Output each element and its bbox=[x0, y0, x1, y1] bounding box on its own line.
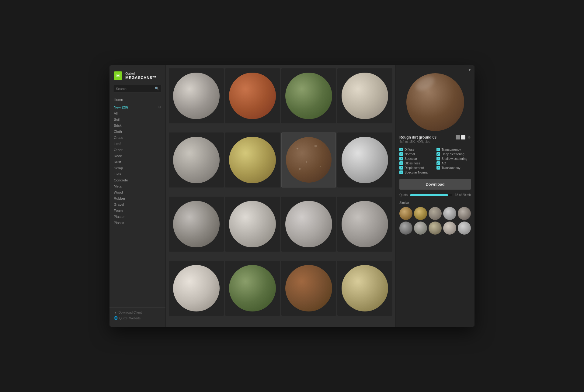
similar-item[interactable] bbox=[458, 207, 471, 220]
swatch-gray[interactable] bbox=[456, 135, 460, 139]
download-client-icon: ▼ bbox=[114, 311, 117, 314]
material-cell[interactable] bbox=[281, 68, 336, 123]
detail-title-group: Rough dirt ground 03 4x4 m, 15K, HDR, ti… bbox=[399, 135, 456, 143]
similar-item[interactable] bbox=[443, 222, 456, 235]
sidebar-item-grass[interactable]: Grass bbox=[109, 135, 165, 141]
detail-settings-icon[interactable]: ⚙ bbox=[468, 136, 471, 139]
material-cell[interactable] bbox=[225, 68, 280, 123]
sidebar-item-new[interactable]: New (28) ⚙ bbox=[109, 104, 165, 110]
similar-item[interactable] bbox=[443, 207, 456, 220]
globe-icon: 🌐 bbox=[114, 316, 118, 320]
sidebar-item-plaster[interactable]: Plaster bbox=[109, 214, 165, 220]
search-input[interactable] bbox=[116, 87, 153, 91]
sidebar-item-cloth[interactable]: Cloth bbox=[109, 129, 165, 135]
detail-title: Rough dirt ground 03 bbox=[399, 135, 456, 139]
similar-item[interactable] bbox=[429, 222, 442, 235]
sidebar-item-concrete[interactable]: Concrete bbox=[109, 177, 165, 183]
similar-item[interactable] bbox=[399, 207, 412, 220]
swatch-white[interactable] bbox=[461, 135, 465, 139]
similar-section: Similar bbox=[396, 199, 474, 327]
material-cell[interactable] bbox=[225, 132, 280, 187]
sidebar-item-soil[interactable]: Soil bbox=[109, 116, 165, 122]
download-client-link[interactable]: ▼ Download Client bbox=[114, 311, 161, 314]
logo-area: M Quixel MEGASCANS™ bbox=[109, 69, 165, 85]
detail-header: ▼ bbox=[396, 65, 474, 73]
material-cell[interactable] bbox=[225, 197, 280, 252]
map-specular-normal: ✓ Specular Normal bbox=[399, 170, 434, 174]
map-diffuse: ✓ Diffuse bbox=[399, 148, 434, 151]
sidebar-item-brick[interactable]: Brick bbox=[109, 122, 165, 129]
download-button[interactable]: Download bbox=[399, 179, 471, 190]
material-cell[interactable] bbox=[169, 261, 224, 316]
sidebar-item-rock[interactable]: Rock bbox=[109, 153, 165, 159]
material-sphere bbox=[173, 265, 220, 312]
material-sphere bbox=[285, 73, 332, 119]
map-transparency: ✓ Transparency bbox=[436, 148, 471, 151]
check-displacement: ✓ bbox=[399, 166, 403, 170]
color-swatches bbox=[456, 135, 465, 139]
similar-item[interactable] bbox=[414, 222, 427, 235]
material-sphere bbox=[342, 137, 388, 184]
map-specular: ✓ Specular bbox=[399, 157, 434, 160]
map-normal: ✓ Normal bbox=[399, 152, 434, 156]
material-sphere bbox=[173, 201, 220, 248]
map-deep-scattering: ✓ Deep Scattering bbox=[436, 152, 471, 156]
nav-section: Home New (28) ⚙ All Soil Brick Cloth Gra… bbox=[109, 97, 165, 307]
map-shallow-scattering: ✓ Shallow scattering bbox=[436, 157, 471, 160]
sidebar-item-other[interactable]: Other bbox=[109, 147, 165, 153]
new-settings-icon[interactable]: ⚙ bbox=[158, 105, 161, 109]
search-icon: 🔍 bbox=[155, 87, 159, 91]
similar-grid bbox=[399, 207, 471, 235]
quota-bar-fill bbox=[410, 194, 448, 196]
detail-subtitle: 4x4 m, 15K, HDR, tiled bbox=[399, 140, 456, 143]
material-cell[interactable] bbox=[281, 261, 336, 316]
preview-sphere-large bbox=[406, 73, 464, 131]
map-glossiness: ✓ Glossiness bbox=[399, 161, 434, 165]
material-cell[interactable] bbox=[225, 261, 280, 316]
sidebar-item-tiles[interactable]: Tiles bbox=[109, 171, 165, 177]
sidebar-item-plastic[interactable]: Plastic bbox=[109, 220, 165, 226]
check-deep-scattering: ✓ bbox=[436, 152, 440, 156]
similar-item[interactable] bbox=[429, 207, 442, 220]
sidebar-item-metal[interactable]: Metal bbox=[109, 183, 165, 189]
material-cell-selected[interactable] bbox=[281, 132, 336, 187]
megascans-label: MEGASCANS™ bbox=[125, 75, 157, 80]
quixel-website-link[interactable]: 🌐 Quixel Website bbox=[114, 316, 161, 320]
material-sphere bbox=[286, 137, 332, 183]
sidebar-item-leaf[interactable]: Leaf bbox=[109, 141, 165, 147]
material-cell[interactable] bbox=[169, 68, 224, 123]
material-sphere bbox=[342, 265, 388, 312]
material-sphere bbox=[173, 73, 220, 119]
material-sphere bbox=[342, 201, 388, 248]
material-cell[interactable] bbox=[337, 132, 392, 187]
sidebar-item-gravel[interactable]: Gravel bbox=[109, 201, 165, 208]
sidebar-item-home[interactable]: Home bbox=[109, 97, 165, 103]
material-sphere bbox=[342, 73, 388, 119]
material-sphere bbox=[285, 265, 332, 312]
sidebar-item-foam[interactable]: Foam bbox=[109, 208, 165, 214]
quota-value: 18 of 20 mb bbox=[455, 193, 471, 197]
sidebar: M Quixel MEGASCANS™ 🔍 Home New (28) ⚙ A bbox=[109, 65, 166, 327]
sidebar-item-wood[interactable]: Wood bbox=[109, 189, 165, 195]
detail-preview bbox=[396, 73, 474, 133]
sidebar-item-rust[interactable]: Rust bbox=[109, 159, 165, 165]
material-sphere bbox=[229, 73, 276, 119]
check-specular-normal: ✓ bbox=[399, 170, 403, 174]
similar-item[interactable] bbox=[414, 207, 427, 220]
material-cell[interactable] bbox=[337, 197, 392, 252]
material-cell[interactable] bbox=[337, 68, 392, 123]
sort-icon[interactable]: ▼ bbox=[468, 68, 471, 72]
material-cell[interactable] bbox=[169, 197, 224, 252]
similar-item[interactable] bbox=[458, 222, 471, 235]
check-ao: ✓ bbox=[436, 161, 440, 165]
material-cell[interactable] bbox=[337, 261, 392, 316]
logo-text: Quixel MEGASCANS™ bbox=[125, 72, 157, 80]
check-transparency: ✓ bbox=[436, 148, 440, 151]
search-box[interactable]: 🔍 bbox=[113, 85, 162, 92]
sidebar-item-rubber[interactable]: Rubber bbox=[109, 195, 165, 201]
material-cell[interactable] bbox=[281, 197, 336, 252]
material-cell[interactable] bbox=[169, 132, 224, 187]
similar-item[interactable] bbox=[399, 222, 412, 235]
sidebar-item-all[interactable]: All bbox=[109, 110, 165, 116]
sidebar-item-scrap[interactable]: Scrap bbox=[109, 165, 165, 171]
